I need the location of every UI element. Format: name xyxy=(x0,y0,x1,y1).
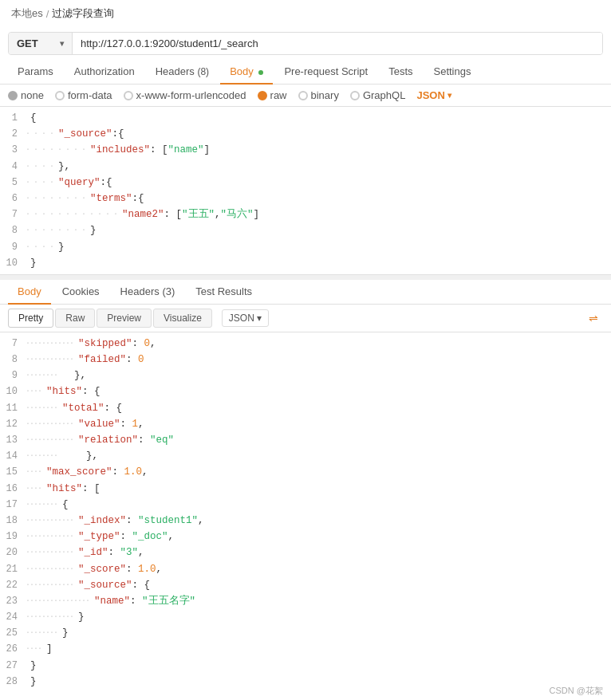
resp-line-content: "_type": "_doc", xyxy=(77,529,174,545)
option-raw[interactable]: raw xyxy=(258,89,287,101)
line-number: 5 xyxy=(0,175,26,191)
resp-line-number: 17 xyxy=(0,497,26,513)
wrap-icon[interactable]: ⇌ xyxy=(584,310,603,326)
response-body[interactable]: 7············"skipped": 0,8············"… xyxy=(0,332,611,693)
resp-line-content: "_index": "student1", xyxy=(77,513,204,529)
resp-code-line: 18············"_index": "student1", xyxy=(0,513,611,529)
option-binary[interactable]: binary xyxy=(298,89,339,101)
line-content: "name2": ["王五","马六"] xyxy=(120,206,259,222)
tab-headers[interactable]: Headers (8) xyxy=(146,60,219,85)
request-tabs: Params Authorization Headers (8) Body Pr… xyxy=(0,60,611,85)
resp-line-content: } xyxy=(77,609,85,625)
option-none[interactable]: none xyxy=(8,89,44,101)
resp-line-content: "_score": 1.0, xyxy=(77,561,162,577)
resp-line-indent: ···· xyxy=(26,383,45,398)
resp-line-indent: ············ xyxy=(26,432,77,446)
line-content: } xyxy=(89,222,97,238)
code-line: 4· · · · }, xyxy=(0,159,611,175)
resp-line-indent: ············ xyxy=(26,561,77,576)
option-form-data[interactable]: form-data xyxy=(55,89,112,101)
tab-tests[interactable]: Tests xyxy=(379,60,422,85)
view-tabs-bar: Pretty Raw Preview Visualize JSON ▾ ⇌ xyxy=(0,305,611,332)
resp-tab-headers[interactable]: Headers (3) xyxy=(111,280,185,305)
line-content: "terms":{ xyxy=(89,191,144,206)
resp-code-line: 23················"name": "王五名字" xyxy=(0,593,611,609)
method-select[interactable]: GET ▾ xyxy=(9,33,73,54)
resp-code-line: 9········ }, xyxy=(0,368,611,383)
radio-raw xyxy=(258,91,267,100)
resp-line-number: 26 xyxy=(0,641,26,657)
resp-line-content: "value": 1, xyxy=(77,416,144,432)
resp-line-number: 7 xyxy=(0,336,26,352)
line-number: 8 xyxy=(0,222,26,238)
resp-line-content: }, xyxy=(61,368,86,383)
option-x-www[interactable]: x-www-form-urlencoded xyxy=(124,89,246,101)
resp-line-content: } xyxy=(61,625,69,641)
resp-line-content: "failed": 0 xyxy=(77,352,144,368)
resp-line-content: "hits": [ xyxy=(45,481,101,497)
tab-params[interactable]: Params xyxy=(8,60,63,85)
view-pretty[interactable]: Pretty xyxy=(8,309,53,328)
tab-authorization[interactable]: Authorization xyxy=(65,60,144,85)
resp-line-indent: ········ xyxy=(26,448,61,462)
method-label: GET xyxy=(17,37,38,49)
resp-headers-badge: (3) xyxy=(162,285,175,297)
resp-code-line: 10····"hits": { xyxy=(0,383,611,399)
breadcrumb-current: 过滤字段查询 xyxy=(52,6,114,21)
radio-form-data xyxy=(55,91,65,100)
resp-line-number: 22 xyxy=(0,577,26,593)
resp-tab-test-results[interactable]: Test Results xyxy=(186,280,262,305)
json-chevron-icon: ▾ xyxy=(447,91,451,100)
resp-line-indent: ············ xyxy=(26,577,77,592)
resp-line-indent: ············ xyxy=(26,609,77,623)
view-format-select[interactable]: JSON ▾ xyxy=(222,309,269,327)
radio-binary xyxy=(298,91,308,100)
line-number: 2 xyxy=(0,126,26,142)
resp-code-line: 27} xyxy=(0,658,611,674)
resp-line-indent: ············ xyxy=(26,513,77,527)
option-graphql[interactable]: GraphQL xyxy=(350,89,405,101)
resp-line-content: "_id": "3", xyxy=(77,545,144,560)
resp-code-line: 12············"value": 1, xyxy=(0,416,611,432)
resp-line-indent: ············ xyxy=(26,336,77,350)
resp-line-number: 20 xyxy=(0,545,26,560)
tab-settings[interactable]: Settings xyxy=(424,60,481,85)
resp-line-number: 9 xyxy=(0,368,26,383)
url-input[interactable] xyxy=(73,33,602,54)
line-indent: · · · · xyxy=(26,175,57,189)
code-line: 1{ xyxy=(0,110,611,126)
view-preview[interactable]: Preview xyxy=(97,309,152,328)
line-content: "includes": ["name"] xyxy=(89,142,210,158)
breadcrumb-link[interactable]: 本地es xyxy=(11,6,43,21)
resp-line-content: } xyxy=(29,674,37,690)
body-options: none form-data x-www-form-urlencoded raw… xyxy=(0,85,611,107)
resp-code-line: 17········{ xyxy=(0,497,611,513)
resp-line-indent: ············ xyxy=(26,416,77,431)
json-format-select[interactable]: JSON ▾ xyxy=(416,89,451,101)
resp-line-content: "relation": "eq" xyxy=(77,432,174,448)
resp-code-line: 25········} xyxy=(0,625,611,641)
resp-code-line: 28} xyxy=(0,674,611,690)
code-line: 7· · · · · · · · · · · · "name2": ["王五",… xyxy=(0,206,611,222)
resp-line-number: 14 xyxy=(0,448,26,464)
resp-line-content: "max_score": 1.0, xyxy=(45,464,148,480)
code-line: 9· · · · } xyxy=(0,239,611,255)
tab-pre-request[interactable]: Pre-request Script xyxy=(274,60,377,85)
resp-line-number: 8 xyxy=(0,352,26,368)
tab-body[interactable]: Body xyxy=(220,60,273,85)
resp-tab-cookies[interactable]: Cookies xyxy=(53,280,109,305)
view-visualize[interactable]: Visualize xyxy=(153,309,212,328)
resp-tab-body[interactable]: Body xyxy=(8,280,51,305)
line-indent: · · · · xyxy=(26,126,57,140)
resp-line-number: 13 xyxy=(0,432,26,448)
resp-line-content: } xyxy=(29,658,37,674)
view-raw[interactable]: Raw xyxy=(55,309,95,328)
radio-x-www xyxy=(124,91,133,100)
code-line: 3· · · · · · · · "includes": ["name"] xyxy=(0,142,611,158)
line-indent: · · · · xyxy=(26,159,57,173)
line-number: 10 xyxy=(0,255,26,271)
line-indent: · · · · xyxy=(26,239,57,254)
code-line: 6· · · · · · · · "terms":{ xyxy=(0,191,611,206)
request-code-editor[interactable]: 1{2· · · · "_source":{3· · · · · · · · "… xyxy=(0,107,611,275)
resp-line-content: { xyxy=(61,497,69,513)
